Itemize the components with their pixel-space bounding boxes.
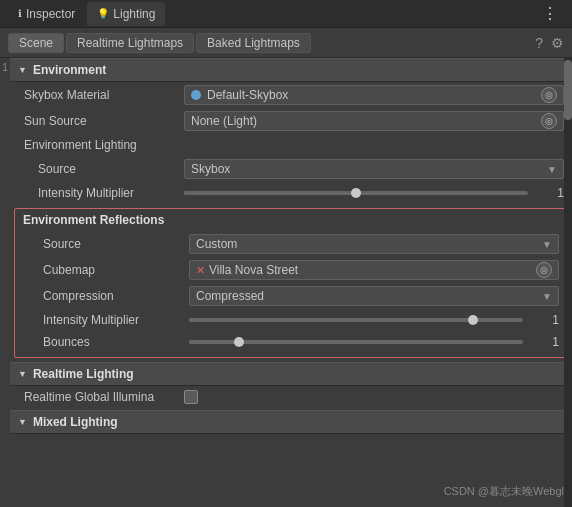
- reflections-box: Environment Reflections Source Custom ▼ …: [14, 208, 568, 358]
- inspector-tab-label: Inspector: [26, 7, 75, 21]
- compression-dropdown-value: Compressed: [196, 289, 264, 303]
- refl-intensity-row: Intensity Multiplier 1: [15, 309, 567, 331]
- sun-source-row: Sun Source None (Light) ◎: [10, 108, 572, 134]
- reflections-label: Environment Reflections: [23, 213, 164, 227]
- env-triangle-icon: ▼: [18, 65, 27, 75]
- refl-intensity-fill: [189, 318, 473, 322]
- global-illum-checkbox[interactable]: [184, 390, 198, 404]
- lighting-tab-label: Lighting: [113, 7, 155, 21]
- bounces-thumb[interactable]: [234, 337, 244, 347]
- skybox-field-value: Default-Skybox: [207, 88, 288, 102]
- skybox-field[interactable]: Default-Skybox ◎: [184, 85, 564, 105]
- realtime-section-header[interactable]: ▼ Realtime Lighting: [10, 362, 572, 386]
- env-source-dropdown[interactable]: Skybox ▼: [184, 159, 564, 179]
- realtime-label: Realtime Lighting: [33, 367, 134, 381]
- refl-intensity-thumb[interactable]: [468, 315, 478, 325]
- environment-section-header[interactable]: ▼ Environment: [10, 58, 572, 82]
- bounces-slider[interactable]: 1: [189, 335, 559, 349]
- sun-source-field-value: None (Light): [191, 114, 257, 128]
- top-tab-bar: ℹ Inspector 💡 Lighting ⋮: [0, 0, 572, 28]
- cubemap-field[interactable]: ✕ Villa Nova Street ◎: [189, 260, 559, 280]
- env-source-dropdown-value: Skybox: [191, 162, 230, 176]
- subtab-realtime[interactable]: Realtime Lightmaps: [66, 33, 194, 53]
- skybox-material-row: Skybox Material Default-Skybox ◎: [10, 82, 572, 108]
- env-lighting-label: Environment Lighting: [24, 138, 184, 152]
- env-intensity-value: 1: [534, 186, 564, 200]
- cubemap-row: Cubemap ✕ Villa Nova Street ◎: [15, 257, 567, 283]
- cubemap-field-value: Villa Nova Street: [209, 263, 298, 277]
- reflections-header: Environment Reflections: [15, 209, 567, 231]
- refl-source-row: Source Custom ▼: [15, 231, 567, 257]
- compression-dropdown-arrow: ▼: [542, 291, 552, 302]
- env-intensity-label: Intensity Multiplier: [24, 186, 184, 200]
- watermark: CSDN @暮志未晚Webgl: [444, 484, 564, 499]
- skybox-value[interactable]: Default-Skybox ◎: [184, 85, 564, 105]
- realtime-triangle-icon: ▼: [18, 369, 27, 379]
- refl-source-label: Source: [29, 237, 189, 251]
- bounces-fill: [189, 340, 239, 344]
- bounces-label: Bounces: [29, 335, 189, 349]
- sun-source-select-button[interactable]: ◎: [541, 113, 557, 129]
- mixed-label: Mixed Lighting: [33, 415, 118, 429]
- refl-intensity-value: 1: [529, 313, 559, 327]
- cubemap-select-button[interactable]: ◎: [536, 262, 552, 278]
- cubemap-x-icon: ✕: [196, 264, 205, 277]
- refl-source-dropdown[interactable]: Custom ▼: [189, 234, 559, 254]
- env-intensity-row: Intensity Multiplier 1: [10, 182, 572, 204]
- subtab-scene[interactable]: Scene: [8, 33, 64, 53]
- env-source-row: Source Skybox ▼: [10, 156, 572, 182]
- mixed-triangle-icon: ▼: [18, 417, 27, 427]
- sub-tab-actions: ? ⚙: [535, 35, 564, 51]
- sun-source-label: Sun Source: [24, 114, 184, 128]
- skybox-dot: [191, 90, 201, 100]
- skybox-label: Skybox Material: [24, 88, 184, 102]
- env-intensity-thumb[interactable]: [351, 188, 361, 198]
- main-content: ▼ Environment Skybox Material Default-Sk…: [0, 58, 572, 507]
- tab-menu-button[interactable]: ⋮: [536, 4, 564, 23]
- info-icon: ℹ: [18, 8, 22, 19]
- env-intensity-fill: [184, 191, 356, 195]
- env-lighting-row: Environment Lighting: [10, 134, 572, 156]
- refl-intensity-label: Intensity Multiplier: [29, 313, 189, 327]
- global-illum-label: Realtime Global Illumina: [24, 390, 184, 404]
- refl-intensity-track[interactable]: [189, 318, 523, 322]
- bounces-row: Bounces 1: [15, 331, 567, 353]
- environment-label: Environment: [33, 63, 106, 77]
- cubemap-label: Cubemap: [29, 263, 189, 277]
- subtab-baked[interactable]: Baked Lightmaps: [196, 33, 311, 53]
- skybox-select-button[interactable]: ◎: [541, 87, 557, 103]
- bounces-value: 1: [529, 335, 559, 349]
- global-illum-row: Realtime Global Illumina: [10, 386, 572, 408]
- settings-icon[interactable]: ⚙: [551, 35, 564, 51]
- sun-source-field[interactable]: None (Light) ◎: [184, 111, 564, 131]
- refl-source-dropdown-value: Custom: [196, 237, 237, 251]
- bounces-track[interactable]: [189, 340, 523, 344]
- compression-label: Compression: [29, 289, 189, 303]
- scroll-thumb[interactable]: [564, 60, 572, 120]
- env-source-label: Source: [24, 162, 184, 176]
- compression-dropdown[interactable]: Compressed ▼: [189, 286, 559, 306]
- scrollbar[interactable]: [564, 58, 572, 507]
- refl-intensity-slider[interactable]: 1: [189, 313, 559, 327]
- env-intensity-slider[interactable]: 1: [184, 186, 564, 200]
- compression-row: Compression Compressed ▼: [15, 283, 567, 309]
- lighting-icon: 💡: [97, 8, 109, 19]
- sub-tab-bar: Scene Realtime Lightmaps Baked Lightmaps…: [0, 28, 572, 58]
- env-intensity-track[interactable]: [184, 191, 528, 195]
- help-icon[interactable]: ?: [535, 35, 543, 51]
- refl-source-dropdown-arrow: ▼: [542, 239, 552, 250]
- mixed-section-header[interactable]: ▼ Mixed Lighting: [10, 410, 572, 434]
- sun-source-value[interactable]: None (Light) ◎: [184, 111, 564, 131]
- tab-inspector[interactable]: ℹ Inspector: [8, 2, 85, 26]
- env-source-dropdown-arrow: ▼: [547, 164, 557, 175]
- tab-lighting[interactable]: 💡 Lighting: [87, 2, 165, 26]
- left-number: 1: [0, 58, 10, 73]
